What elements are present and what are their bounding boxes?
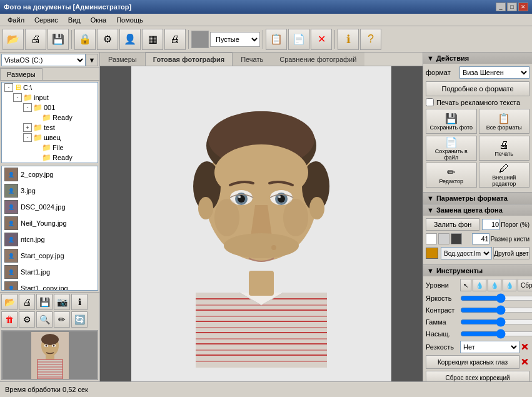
print-ad-checkbox[interactable] xyxy=(426,98,434,106)
list-item[interactable]: 👤 Start1.jpg xyxy=(2,264,98,280)
levels-eyedrop1[interactable]: 💧 xyxy=(473,279,486,291)
tree-expander-001[interactable]: - xyxy=(23,103,32,112)
instruments-header[interactable]: ▼ Инструменты xyxy=(423,265,532,276)
toolbar-btn-print[interactable]: 🖨 xyxy=(164,29,186,50)
save-photo-button[interactable]: 💾 Сохранить фото xyxy=(426,109,477,134)
fill-button[interactable]: Залить фон xyxy=(426,218,479,231)
toolbar-dropdown[interactable]: Пустые xyxy=(210,32,260,47)
brush-input[interactable] xyxy=(472,233,489,244)
water-select[interactable]: Вод.удост.Im xyxy=(441,247,492,259)
red-eye-reset[interactable]: 🗙 xyxy=(519,357,529,367)
params-header[interactable]: ▼ Параметры формата xyxy=(423,193,532,204)
tab-print[interactable]: Печать xyxy=(233,53,271,66)
gamma-slider[interactable] xyxy=(460,318,532,326)
toolbar-btn-gray[interactable] xyxy=(191,31,209,48)
minimize-button[interactable]: _ xyxy=(496,3,506,11)
tree-expander-test[interactable]: + xyxy=(23,123,32,132)
tree-item-ready2[interactable]: 📁 Ready xyxy=(2,153,98,163)
sidebar-tab-sizes[interactable]: Размеры xyxy=(0,68,43,80)
red-eye-button[interactable]: Коррекция красных глаз xyxy=(426,355,519,369)
tree-item-shvets[interactable]: - 📁 швец xyxy=(2,133,98,143)
tree-item-ready1[interactable]: 📁 Ready xyxy=(2,113,98,123)
all-formats-button[interactable]: 📋 Все форматы xyxy=(479,109,530,134)
toolbar-btn-layout[interactable]: ▦ xyxy=(142,29,163,50)
ext-editor-button[interactable]: 🖊 Внешний редактор xyxy=(479,163,530,188)
menu-help[interactable]: Помощь xyxy=(111,15,148,25)
tree-item-001[interactable]: - 📁 001 xyxy=(2,103,98,113)
tree-item-file[interactable]: 📁 File xyxy=(2,143,98,153)
water-color-swatch[interactable] xyxy=(426,248,438,259)
bg-color-header[interactable]: ▼ Замена цвета фона xyxy=(423,204,532,216)
toolbar-btn-face[interactable]: 👤 xyxy=(119,29,141,50)
tree-expander-c[interactable]: - xyxy=(4,83,13,92)
tool-process[interactable]: ⚙ xyxy=(19,311,35,328)
menu-view[interactable]: Вид xyxy=(63,15,86,25)
file-tree[interactable]: - 🖥 C:\ - 📁 input - 📁 001 xyxy=(1,82,98,163)
save-file-button[interactable]: 📄 Сохранить в файл xyxy=(426,136,477,161)
tree-item-input[interactable]: - 📁 input xyxy=(2,93,98,103)
format-detail-button[interactable]: Подробнее о формате xyxy=(426,81,529,96)
tool-scan[interactable]: 🖨 xyxy=(19,294,35,310)
list-item[interactable]: 👤 ntcn.jpg xyxy=(2,231,98,248)
toolbar-btn-info[interactable]: ℹ xyxy=(338,29,359,50)
list-item[interactable]: 👤 Neil_Young.jpg xyxy=(2,215,98,231)
tab-sizes[interactable]: Размеры xyxy=(100,53,145,66)
color-swatch-3[interactable] xyxy=(451,233,462,244)
other-color-button[interactable]: Другой цвет xyxy=(493,247,529,259)
tool-delete[interactable]: 🗑 xyxy=(1,311,18,328)
tree-item-test[interactable]: + 📁 test xyxy=(2,123,98,133)
list-item[interactable]: 👤 2_copy.jpg xyxy=(2,166,98,183)
toolbar-btn-delete[interactable]: ✕ xyxy=(311,29,332,50)
levels-eyedrop2[interactable]: 💧 xyxy=(488,279,501,291)
menu-windows[interactable]: Окна xyxy=(86,15,112,25)
color-swatch-2[interactable] xyxy=(438,233,449,244)
sharpness-select[interactable]: Нет xyxy=(460,341,519,353)
tab-compare[interactable]: Сравнение фотографий xyxy=(271,53,364,66)
tool-info[interactable]: ℹ xyxy=(71,294,88,310)
toolbar-btn-help[interactable]: ? xyxy=(360,29,381,50)
format-select[interactable]: Виза Шенген xyxy=(459,66,529,79)
drive-btn[interactable]: ▼ xyxy=(86,54,98,66)
maximize-button[interactable]: □ xyxy=(507,3,517,11)
toolbar-btn-add-doc[interactable]: 📋 xyxy=(266,29,287,50)
list-item[interactable]: 👤 DSC_0024.jpg xyxy=(2,199,98,215)
tool-edit[interactable]: ✏ xyxy=(54,311,70,328)
tab-ready[interactable]: Готовая фотография xyxy=(145,53,233,66)
tree-item-library[interactable]: + 📁 Library xyxy=(2,163,98,163)
close-button[interactable]: ✕ xyxy=(518,3,528,11)
levels-eyedrop3[interactable]: 💧 xyxy=(503,279,516,291)
list-item[interactable]: 👤 Start1_copy.jpg xyxy=(2,280,98,291)
reset-button[interactable]: Сброс xyxy=(518,279,532,291)
levels-cursor[interactable]: ↖ xyxy=(460,279,471,291)
tree-expander-shvets[interactable]: - xyxy=(23,133,32,142)
saturation-slider[interactable] xyxy=(460,330,532,338)
toolbar-btn-save[interactable]: 💾 xyxy=(48,29,69,50)
drive-select[interactable]: VistaOS (C:) xyxy=(1,54,86,66)
brightness-slider[interactable] xyxy=(460,294,532,302)
list-item[interactable]: 👤 3.jpg xyxy=(2,183,98,199)
tool-photo[interactable]: 📷 xyxy=(54,294,70,310)
toolbar-btn-list[interactable]: 📄 xyxy=(288,29,309,50)
sharpness-reset[interactable]: 🗙 xyxy=(519,342,529,352)
tree-item-root[interactable]: - 🖥 C:\ xyxy=(2,83,98,93)
tool-refresh[interactable]: 🔄 xyxy=(71,311,88,328)
toolbar-btn-lock[interactable]: 🔒 xyxy=(74,29,96,50)
toolbar-btn-open[interactable]: 📂 xyxy=(3,29,24,50)
file-list[interactable]: 👤 2_copy.jpg 👤 3.jpg 👤 DSC_0024.jpg 👤 Ne… xyxy=(1,166,98,291)
contrast-slider[interactable] xyxy=(460,306,532,314)
tool-open[interactable]: 📂 xyxy=(1,294,18,310)
color-swatch-1[interactable] xyxy=(426,233,437,244)
editor-button[interactable]: ✏ Редактор xyxy=(426,163,477,188)
actions-header[interactable]: ▼ Действия xyxy=(423,53,532,64)
tool-save[interactable]: 💾 xyxy=(36,294,53,310)
toolbar-btn-scan[interactable]: 🖨 xyxy=(25,29,46,50)
toolbar-btn-settings[interactable]: ⚙ xyxy=(97,29,118,50)
reset-all-button[interactable]: Сброс всех коррекций xyxy=(426,371,529,381)
threshold-input[interactable] xyxy=(482,219,499,230)
tool-zoom[interactable]: 🔍 xyxy=(36,311,53,328)
print-button[interactable]: 🖨 Печать xyxy=(479,136,530,161)
menu-service[interactable]: Сервис xyxy=(29,15,63,25)
list-item[interactable]: 👤 Start_copy.jpg xyxy=(2,248,98,264)
tree-expander-input[interactable]: - xyxy=(13,93,22,102)
menu-file[interactable]: Файл xyxy=(3,15,29,25)
